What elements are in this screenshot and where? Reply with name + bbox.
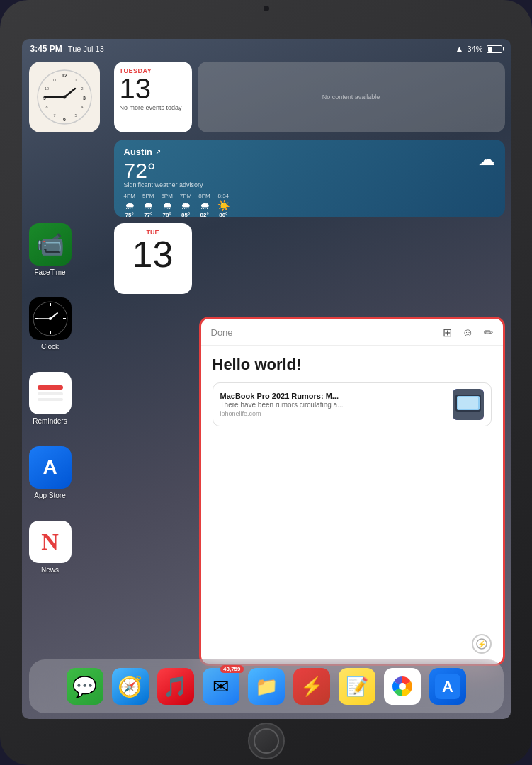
app-icons-left: 📹 FaceTime [29, 223, 72, 574]
note-link-title: MacBook Pro 2021 Rumors: M... [220, 392, 446, 400]
dock-spark[interactable]: ⚡ [293, 668, 330, 705]
photo-widget: No content available [198, 62, 505, 132]
note-toolbar-icons: ⊞ ☺ ✏ [443, 326, 492, 339]
appstore-dock-icon: A [429, 668, 466, 705]
status-right: ▲ 34% [455, 44, 502, 54]
app-icon-news[interactable]: N News [29, 521, 72, 574]
ipad-frame: 3:45 PM Tue Jul 13 ▲ 34% 12 3 6 9 [0, 0, 532, 765]
screen: 3:45 PM Tue Jul 13 ▲ 34% 12 3 6 9 [22, 39, 511, 719]
svg-text:1: 1 [74, 78, 77, 82]
svg-text:4: 4 [81, 105, 83, 109]
app-icon-clock[interactable]: Clock [29, 298, 72, 351]
reminders-icon [29, 372, 72, 414]
svg-text:3: 3 [83, 96, 86, 101]
weather-left: Austin ↗ 72° Significant weather advisor… [124, 147, 203, 188]
dock-messages[interactable]: 💬 [67, 668, 103, 705]
cal-date: 13 [120, 74, 186, 103]
svg-text:11: 11 [52, 78, 56, 82]
home-button[interactable] [248, 722, 285, 759]
dock-notes[interactable]: 📝 [339, 668, 375, 705]
safari-dock-icon: 🧭 [112, 668, 149, 705]
note-compose-icon[interactable]: ✏ [484, 326, 493, 339]
messages-dock-icon: 💬 [67, 668, 103, 705]
svg-point-15 [62, 96, 66, 99]
note-link-card[interactable]: MacBook Pro 2021 Rumors: M... There have… [213, 382, 492, 426]
facetime-label: FaceTime [34, 268, 65, 276]
app-icon-facetime[interactable]: 📹 FaceTime [29, 223, 72, 276]
top-widgets-row: TUESDAY 13 No more events today No conte… [114, 62, 505, 132]
weather-temp: 72° [124, 159, 203, 183]
analog-clock-svg: 12 3 6 9 1 2 4 5 11 10 8 7 [36, 69, 93, 125]
note-title: Hello world! [213, 356, 492, 374]
note-widget[interactable]: Done ⊞ ☺ ✏ Hello world! MacBook Pro 2021… [199, 317, 505, 666]
photo-widget-text: No content available [322, 94, 380, 101]
svg-rect-28 [458, 397, 478, 409]
clock-icon [29, 298, 72, 340]
svg-text:A: A [442, 678, 453, 696]
status-date: Tue Jul 13 [68, 45, 104, 53]
calendar-widget-medium[interactable]: TUE 13 [114, 223, 192, 294]
status-time: 3:45 PM [30, 44, 62, 54]
clock-label: Clock [41, 343, 59, 351]
status-bar: 3:45 PM Tue Jul 13 ▲ 34% [22, 39, 511, 59]
svg-text:⚡: ⚡ [477, 640, 487, 649]
weather-widget[interactable]: Austin ↗ 72° Significant weather advisor… [114, 140, 505, 217]
weather-top: Austin ↗ 72° Significant weather advisor… [124, 147, 495, 188]
app-icon-appstore[interactable]: A App Store [29, 446, 72, 499]
weather-forecast: 4PM 🌧 75° 5PM 🌧 77° 6PM 🌧 78° 7PM 🌧 [124, 193, 495, 218]
dock-safari[interactable]: 🧭 [112, 668, 149, 705]
battery-fill [488, 47, 492, 52]
notes-dock-icon: 📝 [339, 668, 375, 705]
spark-dock-icon: ⚡ [293, 668, 330, 705]
home-button-inner [254, 728, 279, 754]
note-bottom-icon[interactable]: ⚡ [472, 634, 492, 654]
note-link-desc: There have been rumors circulating a... [220, 401, 446, 409]
forecast-834: 8:34 ☀️ 80° [217, 193, 230, 218]
clock-widget[interactable]: 12 3 6 9 1 2 4 5 11 10 8 7 [29, 62, 100, 132]
mail-dock-icon: ✉ [203, 668, 239, 705]
dock: 💬 🧭 🎵 ✉ 43,759 📁 ⚡ [29, 659, 504, 713]
dock-music[interactable]: 🎵 [157, 668, 194, 705]
note-link-domain: iphonelife.com [220, 410, 446, 417]
files-dock-icon: 📁 [248, 668, 285, 705]
news-icon: N [29, 521, 72, 563]
app-icon-reminders[interactable]: Reminders [29, 372, 72, 425]
svg-point-20 [49, 317, 52, 320]
note-grid-icon[interactable]: ⊞ [443, 326, 452, 339]
note-content: Hello world! MacBook Pro 2021 Rumors: M.… [201, 346, 503, 436]
cal2-date: 13 [132, 236, 174, 273]
mail-badge: 43,759 [220, 665, 243, 673]
dock-files[interactable]: 📁 [248, 668, 285, 705]
svg-text:10: 10 [44, 86, 48, 91]
weather-cloud-icon: ☁ [478, 149, 495, 169]
weather-city: Austin [124, 147, 152, 157]
forecast-6pm: 6PM 🌧 78° [161, 193, 172, 218]
cal-events: No more events today [120, 104, 186, 111]
note-done-button[interactable]: Done [211, 327, 233, 338]
note-emoji-icon[interactable]: ☺ [462, 327, 473, 339]
svg-text:12: 12 [62, 73, 67, 78]
svg-point-32 [399, 683, 406, 690]
svg-text:8: 8 [45, 105, 47, 109]
svg-rect-29 [464, 413, 472, 414]
calendar-widget-small[interactable]: TUESDAY 13 No more events today [114, 62, 192, 132]
dock-mail[interactable]: ✉ 43,759 [203, 668, 239, 705]
forecast-8pm: 8PM 🌧 82° [198, 193, 210, 218]
news-label: News [41, 566, 59, 574]
photos-dock-icon [384, 668, 421, 705]
note-link-thumbnail [453, 389, 484, 420]
note-link-text: MacBook Pro 2021 Rumors: M... There have… [220, 392, 446, 417]
svg-text:7: 7 [53, 113, 55, 118]
music-dock-icon: 🎵 [157, 668, 194, 705]
svg-text:6: 6 [63, 117, 66, 122]
appstore-icon: A [29, 446, 72, 489]
battery-percent: 34% [467, 45, 482, 53]
forecast-5pm: 5PM 🌧 77° [142, 193, 154, 218]
front-camera [264, 6, 269, 11]
note-toolbar: Done ⊞ ☺ ✏ [201, 319, 503, 346]
forecast-4pm: 4PM 🌧 75° [124, 193, 135, 218]
svg-text:5: 5 [74, 113, 77, 118]
weather-advisory: Significant weather advisory [124, 181, 203, 188]
dock-photos[interactable] [384, 668, 421, 705]
dock-appstore[interactable]: A [429, 668, 466, 705]
